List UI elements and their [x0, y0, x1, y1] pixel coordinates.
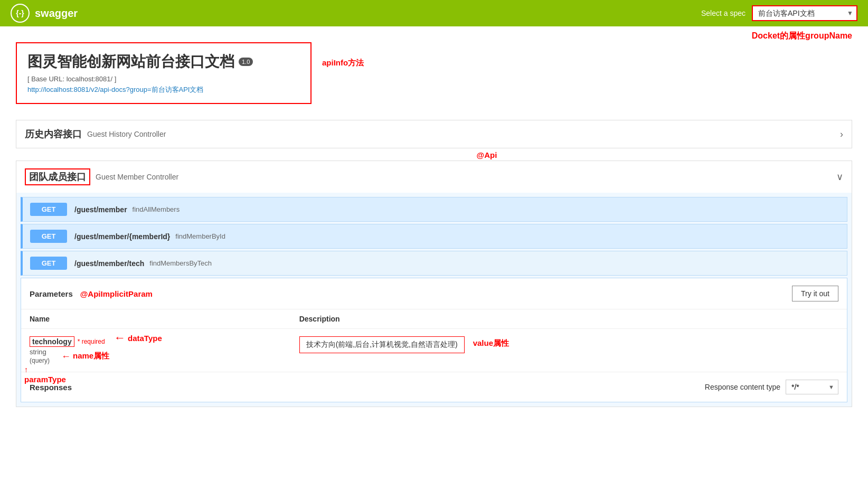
member-controller-section: 团队成员接口 Guest Member Controller ∨ GET /gu…	[16, 161, 852, 407]
params-label-row: Parameters @ApiImplicitParam	[30, 289, 153, 298]
select-spec-label: Select a spec	[701, 9, 746, 17]
endpoint-detail-tech: Parameters @ApiImplicitParam Try it out …	[21, 278, 847, 402]
member-controller-chevron: ∨	[836, 171, 843, 183]
try-it-out-button[interactable]: Try it out	[792, 286, 838, 301]
history-controller-name-en: Guest History Controller	[87, 130, 166, 138]
response-ct-select-wrapper[interactable]: */*	[786, 380, 838, 394]
param-description: 技术方向(前端,后台,计算机视觉,自然语言处理)	[299, 336, 465, 353]
responses-label: Responses	[30, 383, 72, 392]
history-controller-chevron: ›	[840, 129, 843, 140]
endpoint-desc-get-tech: findMembersByTech	[149, 259, 212, 267]
endpoint-row-findAllMembers[interactable]: GET /guest/member findAllMembers	[21, 197, 847, 222]
endpoint-path-get-tech: /guest/member/tech	[74, 259, 144, 268]
api-version-badge: 1.0	[239, 58, 253, 66]
swagger-logo-text: swagger	[35, 7, 78, 20]
name-attr-annotation: name属性	[73, 351, 109, 361]
header-right: Select a spec 前台访客API文档	[701, 5, 857, 21]
spec-select-wrapper[interactable]: 前台访客API文档	[752, 5, 857, 21]
swagger-logo-icon: {-}	[11, 4, 30, 23]
member-controller-name-en: Guest Member Controller	[96, 173, 178, 181]
endpoint-path-get-all: /guest/member	[74, 205, 127, 214]
responses-section: Responses Response content type */*	[21, 372, 847, 402]
api-base-url: [ Base URL: localhost:8081/ ]	[27, 75, 300, 83]
params-title: Parameters	[30, 289, 73, 298]
param-name: technology	[30, 336, 74, 347]
data-type-annotation: dataType	[128, 334, 162, 343]
endpoints-container: GET /guest/member findAllMembers GET /gu…	[16, 193, 852, 407]
main-content: 图灵智能创新网站前台接口文档 1.0 [ Base URL: localhost…	[0, 26, 868, 419]
method-badge-get-by-id: GET	[30, 230, 67, 243]
api-title: 图灵智能创新网站前台接口文档 1.0	[27, 52, 300, 72]
api-docs-link[interactable]: http://localhost:8081/v2/api-docs?group=…	[27, 85, 300, 95]
params-section: Parameters @ApiImplicitParam Try it out	[21, 278, 847, 309]
api-info-method-annotation: apiInfo方法	[322, 58, 364, 68]
param-name-row: technology * required	[30, 336, 299, 347]
member-controller-name-zh: 团队成员接口	[25, 168, 90, 185]
param-type-annotation: paramType	[24, 375, 66, 384]
col-name-header: Name	[30, 315, 299, 323]
logo: {-} swagger	[11, 4, 78, 23]
param-required: * required	[78, 338, 105, 345]
history-controller-title: 历史内容接口 Guest History Controller	[25, 128, 166, 140]
params-table-header: Name Description	[21, 309, 847, 329]
api-info-section: 图灵智能创新网站前台接口文档 1.0 [ Base URL: localhost…	[16, 42, 852, 104]
at-api-implicit-param-annotation: @ApiImplicitParam	[80, 289, 153, 298]
endpoint-row-findMembersByTech[interactable]: GET /guest/member/tech findMembersByTech	[21, 251, 847, 276]
api-info-box: 图灵智能创新网站前台接口文档 1.0 [ Base URL: localhost…	[16, 42, 312, 104]
docket-group-name-annotation: Docket的属性groupName	[752, 31, 852, 42]
endpoint-desc-get-by-id: findMemberById	[175, 232, 225, 240]
member-controller-title: 团队成员接口 Guest Member Controller	[25, 168, 178, 185]
param-row-technology: technology * required string (query) ← d…	[21, 329, 847, 372]
response-content-type-row: Response content type */*	[705, 380, 838, 394]
method-badge-get-all: GET	[30, 203, 67, 216]
response-ct-select[interactable]: */*	[786, 380, 838, 394]
member-controller-header[interactable]: 团队成员接口 Guest Member Controller ∨	[16, 161, 852, 193]
endpoint-path-get-by-id: /guest/member/{memberId}	[74, 232, 170, 241]
api-title-text: 图灵智能创新网站前台接口文档	[27, 52, 234, 72]
history-controller-name-zh: 历史内容接口	[25, 128, 82, 140]
endpoint-desc-get-all: findAllMembers	[133, 205, 180, 213]
spec-select[interactable]: 前台访客API文档	[752, 5, 857, 21]
header: {-} swagger Select a spec 前台访客API文档	[0, 0, 868, 26]
history-controller-section: 历史内容接口 Guest History Controller ›	[16, 120, 852, 148]
method-badge-get-tech: GET	[30, 257, 67, 270]
value-attr-annotation: value属性	[473, 338, 509, 348]
history-controller-header[interactable]: 历史内容接口 Guest History Controller ›	[16, 120, 852, 148]
response-ct-label: Response content type	[705, 383, 780, 391]
col-description-header: Description	[299, 315, 838, 323]
endpoint-row-findMemberById[interactable]: GET /guest/member/{memberId} findMemberB…	[21, 224, 847, 249]
at-api-annotation: @Api	[477, 150, 497, 159]
